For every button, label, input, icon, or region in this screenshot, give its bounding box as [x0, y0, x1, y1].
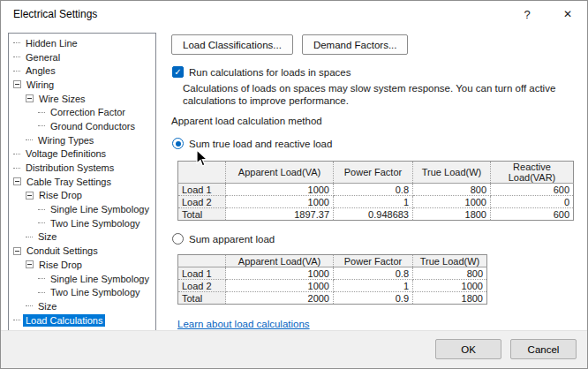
sum-apparent-radio-row[interactable]: Sum apparent load [172, 233, 275, 245]
column-header: Reactive Load(VAR) [491, 162, 574, 184]
tree-item-angles[interactable]: Angles [9, 64, 155, 78]
tree-item-distribution-systems[interactable]: Distribution Systems [9, 161, 155, 175]
collapse-icon[interactable] [26, 260, 34, 268]
cell-value: 1000 [413, 196, 491, 208]
tree-item-label: Voltage Definitions [23, 147, 109, 160]
collapse-icon[interactable] [13, 247, 21, 255]
radio-unselected-icon[interactable] [172, 233, 184, 245]
column-header: Power Factor [334, 162, 413, 184]
row-label: Load 2 [178, 280, 226, 292]
sum-apparent-label: Sum apparent load [189, 234, 275, 245]
table-row: Total1897.370.9486831800600 [178, 208, 574, 221]
tree-item-single-line-symbology[interactable]: Single Line Symbology [9, 272, 155, 286]
sum-true-reactive-label: Sum true load and reactive load [189, 139, 332, 149]
tree-item-single-line-symbology[interactable]: Single Line Symbology [9, 202, 155, 216]
apparent-load-table: Apparent Load(VA)Power FactorTrue Load(W… [177, 254, 487, 305]
cell-value: 1800 [413, 292, 487, 305]
tree-item-rise-drop[interactable]: Rise Drop [9, 258, 155, 272]
row-label: Load 2 [178, 196, 226, 208]
tree-connector [38, 222, 45, 223]
tree-item-size[interactable]: Size [9, 230, 155, 245]
tree-item-voltage-definitions[interactable]: Voltage Definitions [9, 147, 155, 162]
tree-item-rise-drop[interactable]: Rise Drop [9, 189, 155, 203]
tree-item-label: Wiring [24, 79, 57, 91]
tree-connector [13, 154, 20, 154]
run-calculations-label: Run calculations for loads in spaces [189, 67, 351, 78]
column-header [178, 162, 226, 184]
run-calculations-checkbox-row[interactable]: ✓ Run calculations for loads in spaces [172, 66, 351, 78]
tree-item-general[interactable]: General [9, 50, 155, 64]
table-row: Total20000.91800 [178, 292, 487, 305]
tree-item-label: Two Line Symbology [48, 217, 143, 230]
radio-selected-icon[interactable] [172, 138, 184, 149]
collapse-icon[interactable] [13, 80, 21, 88]
tree-item-label: Two Line Symbology [48, 286, 143, 298]
cell-value: 1000 [413, 280, 487, 292]
tree-item-label: Angles [23, 64, 58, 77]
tree-item-cable-tray-settings[interactable]: Cable Tray Settings [9, 175, 155, 189]
cell-value: 1897.37 [226, 208, 334, 221]
title-bar: Electrical Settings ? ✕ [1, 1, 587, 27]
load-calculations-panel: Load Classifications... Demand Factors..… [170, 33, 580, 352]
column-header: True Load(W) [413, 255, 487, 267]
tree-item-label: Size [35, 300, 59, 313]
tree-item-label: Size [35, 230, 59, 243]
tree-item-two-line-symbology[interactable]: Two Line Symbology [9, 216, 155, 230]
ok-button[interactable]: OK [435, 339, 501, 359]
column-header: Apparent Load(VA) [226, 255, 334, 267]
help-button[interactable]: ? [508, 1, 547, 27]
tree-connector [13, 42, 20, 43]
cell-value: 0 [491, 196, 574, 208]
cell-value: 600 [491, 184, 574, 196]
cell-value: 1000 [226, 280, 334, 292]
tree-item-load-calculations[interactable]: Load Calculations [9, 313, 155, 328]
cell-value: 2000 [226, 292, 334, 305]
tree-item-correction-factor[interactable]: Correction Factor [9, 105, 155, 119]
sum-true-reactive-radio-row[interactable]: Sum true load and reactive load [172, 138, 332, 149]
table-row: Load 21000110000 [178, 196, 574, 208]
cell-value: 1 [334, 280, 413, 292]
collapse-icon[interactable] [13, 177, 21, 185]
row-label: Total [178, 208, 226, 221]
tree-connector [38, 209, 45, 210]
tree-item-label: Single Line Symbology [48, 273, 152, 285]
column-header [178, 255, 226, 267]
cell-value: 1000 [226, 267, 334, 280]
tree-item-wiring-types[interactable]: Wiring Types [9, 133, 155, 147]
row-label: Load 1 [178, 184, 226, 196]
tree-connector [13, 71, 20, 72]
cell-value: 0.948683 [334, 208, 413, 221]
tree-item-label: Rise Drop [36, 189, 85, 201]
demand-factors-button[interactable]: Demand Factors... [302, 34, 409, 55]
collapse-icon[interactable] [26, 94, 34, 102]
cell-value: 800 [413, 184, 491, 196]
cell-value: 800 [413, 267, 487, 280]
cancel-button[interactable]: Cancel [510, 339, 577, 359]
tree-connector [38, 278, 45, 279]
tree-connector [26, 139, 33, 140]
cell-value: 0.8 [334, 267, 413, 280]
tree-connector [13, 168, 20, 169]
column-header: Power Factor [334, 255, 413, 267]
tree-connector [13, 56, 20, 57]
column-header: True Load(W) [413, 162, 491, 184]
tree-item-size[interactable]: Size [9, 299, 155, 313]
checkbox-checked-icon[interactable]: ✓ [172, 66, 184, 78]
load-classifications-button[interactable]: Load Classifications... [171, 34, 293, 55]
tree-item-wiring[interactable]: Wiring [9, 78, 155, 92]
cell-value: 0.9 [334, 292, 413, 305]
table-row: Load 2100011000 [178, 280, 487, 292]
tree-item-two-line-symbology[interactable]: Two Line Symbology [9, 285, 155, 299]
tree-item-ground-conductors[interactable]: Ground Conductors [9, 119, 155, 133]
tree-item-label: Cable Tray Settings [24, 176, 114, 188]
tree-item-wire-sizes[interactable]: Wire Sizes [9, 92, 155, 106]
collapse-icon[interactable] [26, 192, 34, 200]
tree-connector [26, 305, 33, 306]
learn-about-load-calculations-link[interactable]: Learn about load calculations [177, 319, 310, 329]
tree-item-label: Wire Sizes [36, 93, 88, 105]
tree-item-hidden-line[interactable]: Hidden Line [9, 36, 155, 50]
window-title: Electrical Settings [13, 1, 97, 27]
tree-connector [38, 112, 45, 113]
close-button[interactable]: ✕ [548, 1, 587, 27]
tree-item-conduit-settings[interactable]: Conduit Settings [9, 244, 155, 258]
